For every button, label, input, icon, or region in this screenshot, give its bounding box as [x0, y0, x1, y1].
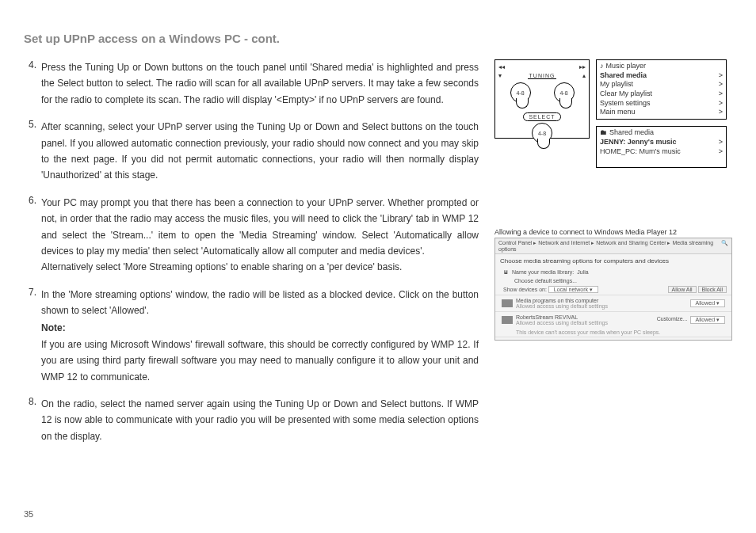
step-number: 6.	[24, 195, 41, 276]
allow-all-button: Allow All	[668, 286, 697, 293]
page-layout: 4. Press the Tuning Up or Down buttons o…	[24, 59, 732, 455]
hand-icon: 4-8	[554, 82, 575, 103]
device-name: Julia's Stream radio	[516, 340, 564, 341]
step-body: After scanning, select your UPnP server …	[41, 119, 479, 184]
breadcrumb: Control Panel ▸ Network and Internet ▸ N…	[498, 240, 721, 252]
lcd-row: My playlist	[600, 80, 633, 89]
side-column: ◂◂ ▸▸ ▾ TUNING ▴ 4-8 4-8 SELECT 4-8	[494, 59, 732, 455]
chevron-right-icon: >	[719, 108, 723, 117]
figure-row-1: ◂◂ ▸▸ ▾ TUNING ▴ 4-8 4-8 SELECT 4-8	[494, 59, 732, 168]
step-6: 6. Your PC may prompt you that there has…	[24, 195, 479, 276]
computer-icon: 🖥	[503, 269, 509, 275]
step-4: 4. Press the Tuning Up or Down buttons o…	[24, 59, 479, 108]
step-5: 5. After scanning, select your UPnP serv…	[24, 119, 479, 184]
chevron-right-icon: >	[719, 138, 723, 147]
lcd-music-player: Music player Shared media> My playlist> …	[596, 59, 727, 120]
step-text: Your PC may prompt you that there has be…	[41, 197, 479, 257]
note-text: If you are using Microsoft Windows' fire…	[41, 339, 479, 383]
lcd-header: Shared media	[609, 128, 654, 138]
search-box: 🔍	[721, 240, 728, 252]
windows-screenshot: Control Panel ▸ Network and Internet ▸ N…	[494, 238, 732, 341]
music-icon	[600, 62, 604, 71]
device-sub: Allowed access using default settings	[516, 320, 608, 326]
touch-panel-diagram: ◂◂ ▸▸ ▾ TUNING ▴ 4-8 4-8 SELECT 4-8	[494, 59, 590, 139]
step-body: Your PC may prompt you that there has be…	[41, 195, 479, 276]
lcd-row: Shared media	[600, 71, 647, 81]
step-7: 7. In the 'More streaming options' windo…	[24, 287, 479, 385]
step-body: On the radio, select the named server ag…	[41, 396, 479, 444]
window-heading: Choose media streaming options for compu…	[495, 254, 731, 268]
show-devices-label: Show devices on:	[503, 287, 547, 292]
default-settings-link: Choose default settings...	[514, 278, 577, 284]
device-sub: Allowed access using default settings	[516, 303, 608, 309]
chevron-right-icon: >	[719, 80, 723, 89]
chevron-right-icon: >	[719, 99, 723, 109]
note-label: Note:	[41, 320, 479, 336]
step-8: 8. On the radio, select the named server…	[24, 396, 479, 444]
tuning-label: TUNING	[528, 73, 557, 79]
step-number: 4.	[24, 59, 41, 108]
chevron-right-icon: >	[719, 89, 723, 99]
step-alt-text: Alternatively select 'More Streaming opt…	[41, 261, 402, 272]
lcd-shared-media: Shared media JENNY: Jenny's music> HOME_…	[596, 126, 727, 168]
step-body: Press the Tuning Up or Down buttons on t…	[41, 59, 479, 108]
main-column: 4. Press the Tuning Up or Down buttons o…	[24, 59, 479, 455]
select-button-label: SELECT	[523, 112, 560, 121]
device-icon	[502, 316, 513, 324]
step-number: 8.	[24, 396, 41, 444]
device-name: RobertsStream REVIVAL	[516, 314, 578, 320]
hand-icon: 4-8	[510, 82, 531, 103]
device-state: Allowed ▾	[690, 299, 725, 307]
network-dropdown: Local network ▾	[548, 286, 598, 293]
lcd-row: JENNY: Jenny's music	[600, 138, 677, 147]
library-value: Julia	[577, 269, 588, 275]
step-number: 7.	[24, 287, 41, 385]
rewind-icon: ◂◂	[498, 63, 505, 70]
step-text: In the 'More streaming options' window, …	[41, 289, 479, 316]
hand-icon: 4-8	[532, 123, 552, 143]
device-icon	[502, 299, 513, 307]
device-state: Allowed ▾	[690, 316, 725, 324]
step-body: In the 'More streaming options' window, …	[41, 287, 479, 385]
page-title: Set up UPnP access on a Windows PC - con…	[24, 32, 732, 45]
windows-screenshot-caption: Allowing a device to connect to Windows …	[494, 228, 732, 236]
forward-icon: ▸▸	[579, 63, 586, 70]
library-label: Name your media library:	[512, 269, 574, 275]
device-name: Media programs on this computer	[516, 298, 598, 303]
lcd-row: System settings	[600, 99, 651, 109]
block-all-button: Block All	[698, 286, 727, 293]
folder-icon	[600, 128, 607, 138]
step-number: 5.	[24, 119, 41, 184]
device-sleep-note: This device can't access your media when…	[495, 328, 731, 337]
page-number: 35	[24, 509, 33, 519]
customize-link: Customize...	[657, 316, 688, 324]
tuning-up-icon: ▴	[582, 72, 586, 79]
chevron-right-icon: >	[719, 147, 723, 157]
lcd-row: HOME_PC: Mum's music	[600, 147, 681, 157]
tuning-down-icon: ▾	[498, 72, 502, 79]
chevron-right-icon: >	[719, 71, 723, 81]
lcd-row: Main menu	[600, 108, 636, 117]
lcd-row: Clear My playlist	[600, 89, 652, 99]
lcd-header: Music player	[606, 62, 647, 71]
